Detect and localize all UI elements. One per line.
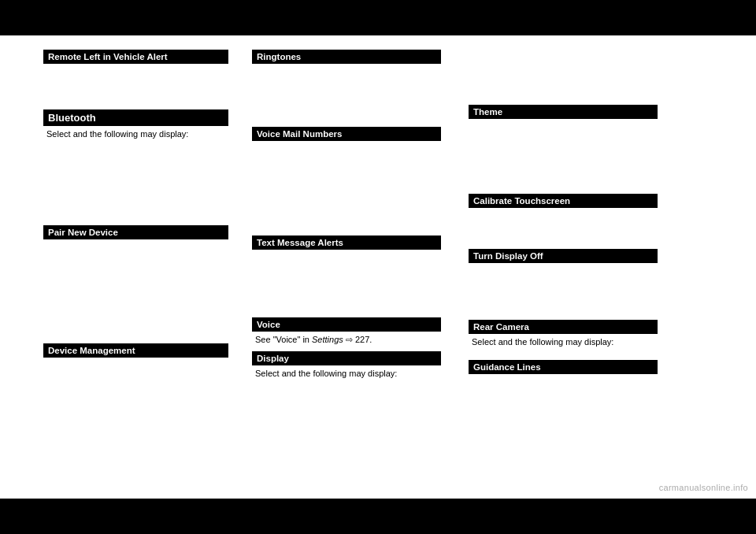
ringtones-header: Ringtones <box>252 50 441 64</box>
display-entry: Display Select and the following may dis… <box>252 351 449 382</box>
rear-camera-body: Select and the following may display: <box>469 334 658 350</box>
theme-entry: Theme <box>469 105 665 119</box>
display-header: Display <box>252 351 441 365</box>
turn-display-off-entry: Turn Display Off <box>469 249 665 263</box>
calibrate-touchscreen-header: Calibrate Touchscreen <box>469 194 658 208</box>
voice-header: Voice <box>252 317 441 332</box>
watermark: carmanualsonline.info <box>659 483 748 492</box>
guidance-lines-header: Guidance Lines <box>469 360 658 374</box>
bluetooth-body: Select and the following may display: <box>43 126 228 143</box>
pair-new-device-entry: Pair New Device <box>43 225 232 239</box>
voice-mail-numbers-header: Voice Mail Numbers <box>252 127 441 141</box>
theme-header: Theme <box>469 105 658 119</box>
text-message-alerts-header: Text Message Alerts <box>252 235 441 250</box>
pair-new-device-header: Pair New Device <box>43 225 228 239</box>
voice-mail-numbers-entry: Voice Mail Numbers <box>252 127 449 141</box>
remote-left-in-vehicle-alert-entry: Remote Left in Vehicle Alert <box>43 50 232 64</box>
rear-camera-header: Rear Camera <box>469 320 658 334</box>
bluetooth-entry: Bluetooth Select and the following may d… <box>43 109 232 143</box>
bluetooth-header: Bluetooth <box>43 109 228 126</box>
device-management-entry: Device Management <box>43 343 232 358</box>
guidance-lines-entry: Guidance Lines <box>469 360 665 374</box>
voice-body: See "Voice" in Settings ⇨ 227. <box>252 332 441 348</box>
turn-display-off-header: Turn Display Off <box>469 249 658 263</box>
ringtones-entry: Ringtones <box>252 50 449 64</box>
remote-left-header: Remote Left in Vehicle Alert <box>43 50 228 64</box>
device-management-header: Device Management <box>43 343 228 358</box>
voice-entry: Voice See "Voice" in Settings ⇨ 227. <box>252 317 449 348</box>
display-body: Select and the following may display: <box>252 365 441 382</box>
calibrate-touchscreen-entry: Calibrate Touchscreen <box>469 194 665 208</box>
rear-camera-entry: Rear Camera Select and the following may… <box>469 320 665 350</box>
text-message-alerts-entry: Text Message Alerts <box>252 235 449 250</box>
